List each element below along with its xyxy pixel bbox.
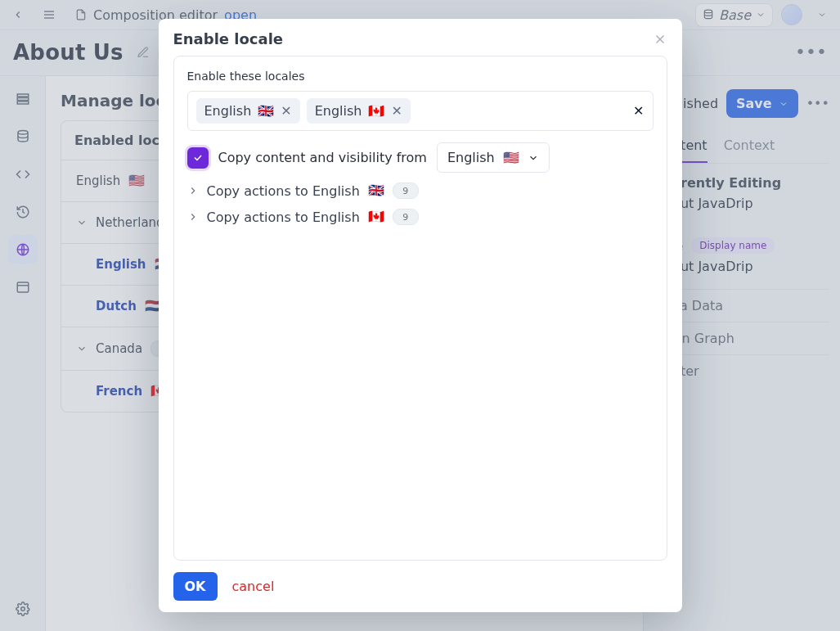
tag-english-ca[interactable]: English 🇨🇦 ✕: [307, 98, 411, 124]
copy-actions-row-gb[interactable]: Copy actions to English 🇬🇧 9: [187, 183, 654, 199]
locale-tag-input[interactable]: English 🇬🇧 ✕ English 🇨🇦 ✕ ✕: [187, 91, 654, 131]
flag-ca-icon: 🇨🇦: [368, 105, 384, 118]
enable-locale-modal: Enable locale Enable these locales Engli…: [159, 19, 682, 612]
clear-all-icon[interactable]: ✕: [633, 103, 644, 119]
remove-tag-icon[interactable]: ✕: [391, 103, 402, 119]
flag-gb-icon: 🇬🇧: [258, 105, 274, 118]
copy-actions-label: Copy actions to English: [207, 210, 360, 225]
flag-us-icon: 🇺🇸: [503, 151, 519, 165]
modal-overlay: Enable locale Enable these locales Engli…: [0, 0, 840, 631]
chevron-right-icon: [187, 185, 199, 196]
modal-title: Enable locale: [173, 30, 284, 47]
select-label: English: [447, 150, 495, 165]
close-icon[interactable]: [653, 32, 667, 47]
tag-label: English: [204, 103, 252, 119]
copy-content-label: Copy content and visibility from: [218, 150, 427, 165]
chevron-right-icon: [187, 211, 199, 223]
flag-ca-icon: 🇨🇦: [368, 210, 384, 223]
copy-content-checkbox[interactable]: [187, 147, 209, 169]
enable-locales-label: Enable these locales: [187, 70, 654, 83]
ok-button[interactable]: OK: [173, 572, 218, 601]
copy-actions-row-ca[interactable]: Copy actions to English 🇨🇦 9: [187, 209, 654, 225]
tag-english-gb[interactable]: English 🇬🇧 ✕: [196, 98, 300, 124]
copy-actions-count: 9: [393, 183, 419, 199]
copy-actions-label: Copy actions to English: [207, 183, 360, 199]
tag-label: English: [315, 103, 362, 119]
cancel-button[interactable]: cancel: [232, 579, 275, 594]
chevron-down-icon: [528, 152, 539, 164]
flag-gb-icon: 🇬🇧: [368, 184, 384, 197]
copy-actions-count: 9: [393, 209, 419, 225]
copy-from-select[interactable]: English 🇺🇸: [437, 142, 550, 173]
remove-tag-icon[interactable]: ✕: [281, 103, 291, 119]
